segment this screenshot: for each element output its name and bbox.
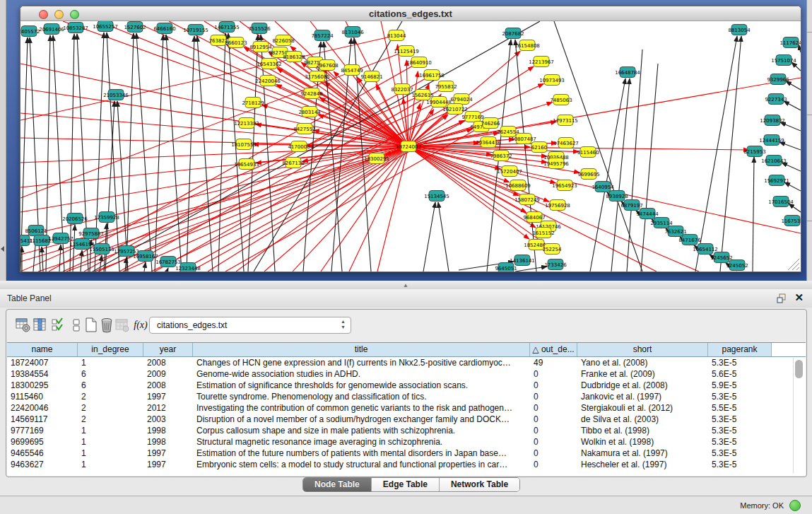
- table-row[interactable]: 1938455462009Genome-wide association stu…: [7, 368, 806, 380]
- tab-network-table[interactable]: Network Table: [440, 478, 519, 491]
- tab-node-table[interactable]: Node Table: [303, 478, 372, 491]
- table-cell[interactable]: Changes of HCN gene expression and I(f) …: [193, 357, 530, 368]
- table-cell[interactable]: 5.5E-5: [708, 402, 772, 414]
- table-cell[interactable]: 5.6E-5: [708, 368, 772, 380]
- table-cell[interactable]: 2008: [143, 357, 193, 368]
- table-cell[interactable]: 14569117: [7, 414, 78, 425]
- table-cell[interactable]: 0: [530, 436, 577, 448]
- function-builder-icon[interactable]: f(x): [132, 316, 149, 334]
- table-cell[interactable]: 2003: [143, 414, 193, 425]
- table-cell[interactable]: Tourette syndrome. Phenomenology and cla…: [193, 391, 530, 402]
- table-cell[interactable]: Genome-wide association studies in ADHD.: [193, 368, 530, 380]
- table-cell[interactable]: 22420046: [7, 402, 78, 414]
- table-cell[interactable]: Yano et al. (2008): [577, 357, 708, 368]
- table-row[interactable]: 2242004622012Investigating the contribut…: [7, 402, 806, 414]
- table-cell[interactable]: 1998: [143, 425, 193, 436]
- splitter-grip-icon[interactable]: ▲: [403, 282, 408, 288]
- table-cell[interactable]: 2: [78, 402, 143, 414]
- table-cell[interactable]: 0: [530, 368, 577, 380]
- table-row[interactable]: 1456911722003Disruption of a novel membe…: [7, 414, 806, 425]
- table-cell[interactable]: 5.9E-5: [708, 380, 772, 391]
- table-cell[interactable]: 0: [530, 425, 577, 436]
- column-header-1[interactable]: in_degree: [78, 343, 143, 356]
- table-cell[interactable]: 2012: [143, 402, 193, 414]
- table-row[interactable]: 1830029562008Estimation of significance …: [7, 380, 806, 391]
- table-cell[interactable]: 5.3E-5: [708, 459, 772, 470]
- table-cell[interactable]: 5.3E-5: [708, 425, 772, 436]
- tab-edge-table[interactable]: Edge Table: [372, 478, 440, 491]
- modify-table-icon[interactable]: [15, 316, 32, 334]
- table-cell[interactable]: 0: [530, 380, 577, 391]
- table-cell[interactable]: 1: [78, 436, 143, 448]
- table-cell[interactable]: Estimation of significance thresholds fo…: [193, 380, 530, 391]
- table-cell[interactable]: 6: [78, 368, 143, 380]
- table-cell[interactable]: Hescheler et al. (1997): [577, 459, 708, 470]
- table-cell[interactable]: Nakamura et al. (1997): [577, 448, 708, 459]
- new-table-icon[interactable]: [83, 316, 100, 334]
- column-header-4[interactable]: △ out_de...: [530, 343, 577, 356]
- network-window-titlebar[interactable]: citations_edges.txt: [20, 6, 801, 21]
- table-cell[interactable]: 2: [78, 414, 143, 425]
- column-header-2[interactable]: year: [143, 343, 193, 356]
- table-cell[interactable]: Corpus callosum shape and size in male p…: [193, 425, 530, 436]
- table-cell[interactable]: 5.3E-5: [708, 357, 772, 368]
- table-cell[interactable]: 1997: [143, 391, 193, 402]
- network-view-window[interactable]: citations_edges.txt 24055722069140610853…: [20, 6, 801, 272]
- table-cell[interactable]: 1: [78, 357, 143, 368]
- table-cell[interactable]: 1: [78, 425, 143, 436]
- table-cell[interactable]: 0: [530, 402, 577, 414]
- table-cell[interactable]: 2: [78, 391, 143, 402]
- table-cell[interactable]: 5.3E-5: [708, 391, 772, 402]
- table-cell[interactable]: de Silva et al. (2003): [577, 414, 708, 425]
- table-cell[interactable]: Tibbo et al. (1998): [577, 425, 708, 436]
- table-cell[interactable]: Investigating the contribution of common…: [193, 402, 530, 414]
- table-row[interactable]: 969969511998Structural magnetic resonanc…: [7, 436, 806, 448]
- float-panel-icon[interactable]: [777, 293, 787, 303]
- table-cell[interactable]: 9699695: [7, 436, 78, 448]
- table-cell[interactable]: 1: [78, 459, 143, 470]
- collapse-panel-icon[interactable]: [1, 246, 4, 252]
- table-cell[interactable]: 1997: [143, 459, 193, 470]
- table-cell[interactable]: 5.3E-5: [708, 448, 772, 459]
- table-cell[interactable]: 2008: [143, 380, 193, 391]
- table-cell[interactable]: 1997: [143, 448, 193, 459]
- table-cell[interactable]: Disruption of a novel member of a sodium…: [193, 414, 530, 425]
- table-cell[interactable]: 9463627: [7, 459, 78, 470]
- delete-table-icon[interactable]: [98, 316, 115, 334]
- table-cell[interactable]: 9777169: [7, 425, 78, 436]
- table-row[interactable]: 946362711997Embryonic stem cells: a mode…: [7, 459, 806, 470]
- table-cell[interactable]: 9465546: [7, 448, 78, 459]
- table-cell[interactable]: Stergiakouli et al. (2012): [577, 402, 708, 414]
- table-cell[interactable]: 2009: [143, 368, 193, 380]
- table-cell[interactable]: Franke et al. (2009): [577, 368, 708, 380]
- table-cell[interactable]: Wolkin et al. (1998): [577, 436, 708, 448]
- column-header-5[interactable]: short: [577, 343, 708, 356]
- table-row[interactable]: 1872400712008Changes of HCN gene express…: [7, 357, 806, 368]
- select-columns-icon[interactable]: [49, 316, 66, 334]
- table-cell[interactable]: 6: [78, 380, 143, 391]
- table-scrollbar-thumb[interactable]: [795, 360, 803, 378]
- table-cell[interactable]: 0: [530, 391, 577, 402]
- table-cell[interactable]: Dudbridge et al. (2008): [577, 380, 708, 391]
- table-cell[interactable]: 5.3E-5: [708, 414, 772, 425]
- column-header-0[interactable]: name: [7, 343, 78, 356]
- table-cell[interactable]: 18300295: [7, 380, 78, 391]
- table-cell[interactable]: 19384554: [7, 368, 78, 380]
- window-resize-grip[interactable]: [788, 259, 799, 270]
- table-cell[interactable]: Structural magnetic resonance image aver…: [193, 436, 530, 448]
- import-table-icon[interactable]: [114, 316, 131, 334]
- table-row[interactable]: 977716911998Corpus callosum shape and si…: [7, 425, 806, 436]
- table-cell[interactable]: Estimation of the future numbers of pati…: [193, 448, 530, 459]
- close-panel-icon[interactable]: ✕: [794, 292, 804, 303]
- show-column-icon[interactable]: [32, 316, 49, 334]
- table-cell[interactable]: 5.3E-5: [708, 436, 772, 448]
- table-row[interactable]: 946554611997Estimation of the future num…: [7, 448, 806, 459]
- table-selector-dropdown[interactable]: citations_edges.txt ▲▼: [149, 317, 351, 334]
- table-cell[interactable]: Embryonic stem cells: a model to study s…: [193, 459, 530, 470]
- column-header-3[interactable]: title: [193, 343, 530, 356]
- table-cell[interactable]: Jankovic et al. (1997): [577, 391, 708, 402]
- column-header-6[interactable]: pagerank: [708, 343, 772, 356]
- table-cell[interactable]: 1998: [143, 436, 193, 448]
- table-cell[interactable]: 18724007: [7, 357, 78, 368]
- table-cell[interactable]: 1: [78, 448, 143, 459]
